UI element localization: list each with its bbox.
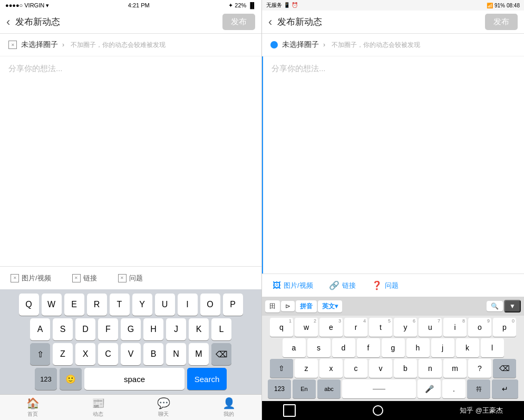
circle-row-left[interactable]: ✕ 未选择圈子 › 不加圈子，你的动态会较难被发现: [0, 34, 261, 56]
key-r-space[interactable]: ——: [342, 379, 416, 398]
key-n[interactable]: N: [166, 343, 186, 365]
key-u[interactable]: U: [155, 294, 175, 316]
key-o[interactable]: O: [200, 294, 220, 316]
toolbar-question-left[interactable]: ✕ 问题: [118, 274, 143, 283]
key-x[interactable]: X: [75, 343, 95, 365]
key-r-s[interactable]: s: [307, 338, 331, 357]
key-m[interactable]: M: [189, 343, 209, 365]
android-back-btn[interactable]: ◁: [283, 404, 296, 417]
publish-button-left[interactable]: 发布: [222, 14, 255, 30]
key-r-x[interactable]: x: [319, 359, 343, 378]
key-r-j[interactable]: j: [431, 338, 454, 357]
key-r-z[interactable]: z: [295, 359, 318, 378]
key-w[interactable]: W: [42, 294, 62, 316]
key-r-fu[interactable]: 符: [467, 379, 490, 398]
key-r-h[interactable]: h: [406, 338, 430, 357]
key-r-l[interactable]: l: [481, 338, 504, 357]
key-y[interactable]: Y: [132, 294, 152, 316]
key-r-u[interactable]: 7u: [419, 318, 442, 337]
key-q[interactable]: Q: [19, 294, 39, 316]
key-r-b[interactable]: b: [394, 359, 417, 378]
circle-icon-left: ✕: [8, 41, 17, 49]
key-r-abc[interactable]: abc: [317, 379, 341, 398]
key-r-d[interactable]: d: [332, 338, 355, 357]
key-t[interactable]: T: [110, 294, 130, 316]
tab-me-left[interactable]: 👤 我的: [196, 395, 261, 420]
key-r[interactable]: R: [87, 294, 107, 316]
key-v[interactable]: V: [121, 343, 141, 365]
key-r-y[interactable]: 6y: [394, 318, 417, 337]
feed-icon-left: 📰: [92, 397, 105, 409]
kb-pinyin-btn[interactable]: 拼音: [296, 300, 317, 312]
key-r-shift[interactable]: ⇧: [270, 359, 293, 378]
key-r-c[interactable]: c: [344, 359, 367, 378]
tab-feed-left[interactable]: 📰 动态: [65, 395, 131, 420]
tab-home-left[interactable]: 🏠 首页: [0, 395, 65, 420]
keyboard-left: Q W E R T Y U I O P A S D F G H J K L ⇧ …: [0, 289, 261, 394]
search-button-left[interactable]: Search: [187, 368, 227, 390]
key-r-i[interactable]: 8i: [443, 318, 467, 337]
key-r-r[interactable]: 4r: [344, 318, 367, 337]
key-r-t[interactable]: 5t: [369, 318, 392, 337]
android-home-btn[interactable]: [373, 405, 383, 416]
key-r-p[interactable]: 0p: [493, 318, 516, 337]
key-p[interactable]: P: [223, 294, 243, 316]
key-g[interactable]: G: [121, 318, 141, 340]
key-r-delete[interactable]: ⌫: [493, 359, 516, 378]
key-r-mic[interactable]: 🎤: [418, 379, 441, 398]
content-area-right[interactable]: 分享你的想法...: [262, 56, 524, 274]
key-r-m[interactable]: m: [443, 359, 467, 378]
key-r-f[interactable]: f: [357, 338, 380, 357]
content-area-left[interactable]: 分享你的想法...: [0, 56, 261, 266]
key-123-left[interactable]: 123: [35, 368, 57, 390]
toolbar-link-left[interactable]: ✕ 链接: [72, 274, 97, 283]
kb-cursor-btn[interactable]: ⊳: [281, 301, 295, 311]
key-b[interactable]: B: [143, 343, 163, 365]
key-r-v[interactable]: v: [369, 359, 392, 378]
key-h[interactable]: H: [143, 318, 163, 340]
tab-chat-left[interactable]: 💬 聊天: [131, 395, 196, 420]
key-r-enter[interactable]: ↵: [492, 379, 518, 398]
key-r-question[interactable]: ?: [468, 359, 491, 378]
circle-arrow-right: ›: [323, 41, 325, 48]
publish-button-right[interactable]: 发布: [485, 14, 518, 30]
key-z[interactable]: Z: [53, 343, 73, 365]
circle-row-right[interactable]: 未选择圈子 › 不加圈子，你的动态会较被发现: [262, 34, 524, 56]
toolbar-photo-right[interactable]: 🖼 图片/视频: [273, 281, 313, 290]
key-shift-left[interactable]: ⇧: [30, 343, 50, 365]
kb-grid-btn[interactable]: 田: [265, 300, 280, 312]
key-emoji-left[interactable]: 🙂: [60, 368, 82, 390]
key-r-n[interactable]: n: [419, 359, 442, 378]
toolbar-question-right[interactable]: ❓ 问题: [372, 280, 399, 290]
key-d[interactable]: D: [75, 318, 95, 340]
toolbar-photo-label-right: 图片/视频: [284, 281, 313, 290]
key-f[interactable]: F: [98, 318, 118, 340]
key-s[interactable]: S: [53, 318, 73, 340]
back-button-right[interactable]: ‹: [268, 15, 272, 29]
key-r-k[interactable]: k: [456, 338, 479, 357]
key-space-left[interactable]: space: [84, 368, 185, 390]
key-e[interactable]: E: [64, 294, 84, 316]
key-r-en[interactable]: En: [293, 379, 316, 398]
kb-collapse-btn[interactable]: ▼: [504, 300, 521, 312]
kb-search-btn[interactable]: 🔍: [487, 301, 503, 311]
key-k[interactable]: K: [189, 318, 209, 340]
key-j[interactable]: J: [166, 318, 186, 340]
toolbar-photo-left[interactable]: ✕ 图片/视频: [11, 274, 51, 283]
key-delete-left[interactable]: ⌫: [211, 343, 231, 365]
key-i[interactable]: I: [178, 294, 198, 316]
key-r-w[interactable]: 2w: [295, 318, 318, 337]
key-r-g[interactable]: g: [382, 338, 405, 357]
key-r-q[interactable]: 1q: [270, 318, 293, 337]
key-c[interactable]: C: [98, 343, 118, 365]
toolbar-link-right[interactable]: 🔗 链接: [329, 280, 356, 290]
key-r-dot[interactable]: .: [442, 379, 465, 398]
key-r-o[interactable]: 9o: [468, 318, 491, 337]
key-a[interactable]: A: [30, 318, 50, 340]
key-r-a[interactable]: a: [283, 338, 306, 357]
key-r-123[interactable]: 123: [268, 379, 291, 398]
key-r-e[interactable]: 3e: [319, 318, 343, 337]
back-button-left[interactable]: ‹: [6, 15, 10, 29]
kb-english-btn[interactable]: 英文▾: [318, 300, 342, 312]
key-l[interactable]: L: [211, 318, 231, 340]
